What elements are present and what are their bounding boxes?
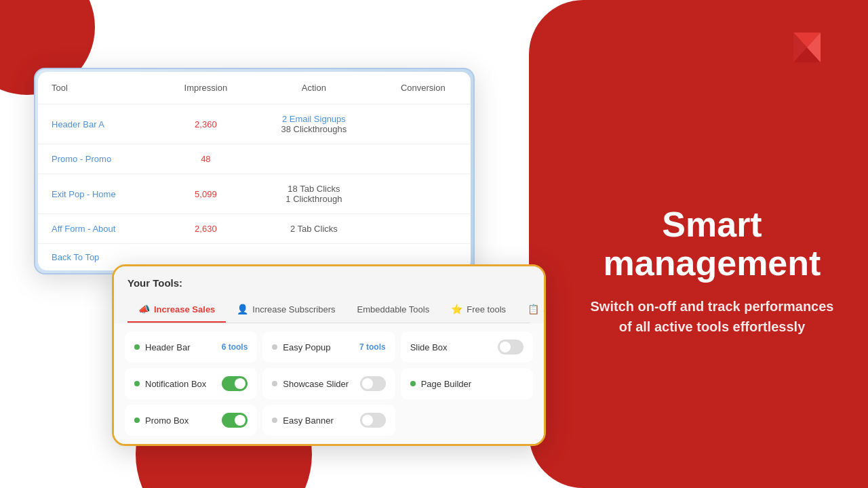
tool-row-left: Easy Banner [272,415,333,426]
tab-label: Embeddable Tools [357,304,429,314]
back-to-top-link[interactable]: Back To Top [52,252,99,262]
tab-increase-sales[interactable]: 📣 Increase Sales [127,297,226,323]
tab-label: Increase Sales [154,304,215,314]
tool-item-header-bar: Header Bar 6 tools [125,331,257,363]
tool-item-promo-box: Promo Box [125,405,257,436]
table-header-row: Tool Impression Action Conversion [38,72,471,104]
tool-name: Header Bar [145,342,190,352]
main-title: Smart management [583,205,841,283]
toggle-knob [500,342,511,352]
tool-row-left: Page Builder [410,379,471,389]
tool-item-page-builder: Page Builder [401,368,533,399]
tool-link[interactable]: Promo - Promo [52,154,111,164]
col-tool: Tool [38,72,159,104]
logo [787,27,827,68]
right-panel: Smart management Switch on-off and track… [583,151,841,337]
table-row: Promo - Promo 48 [38,144,471,174]
tab-free-tools[interactable]: ⭐ Free tools [440,297,517,323]
col-conversion: Conversion [376,72,471,104]
tools-card-body: Header Bar 6 tools Easy Popup 7 tools Sl… [114,323,544,444]
tool-row-left: Header Bar [134,342,190,352]
tool-row-left: Notification Box [134,379,206,389]
tab-increase-subscribers[interactable]: 👤 Increase Subscribers [226,297,346,323]
toggle-slide-box[interactable] [498,340,524,354]
tool-item-slide-box: Slide Box [401,331,533,363]
clipboard-icon: 📋 [528,304,539,314]
tools-grid: Header Bar 6 tools Easy Popup 7 tools Sl… [125,331,533,436]
tool-item-easy-banner: Easy Banner [262,405,395,436]
subtitle: Switch on-off and track performances of … [583,296,841,337]
toggle-knob [235,378,245,389]
col-action: Action [252,72,376,104]
status-dot-green [410,381,416,386]
toggle-easy-banner[interactable] [360,413,386,428]
tools-card: Your Tools: 📣 Increase Sales 👤 Increase … [112,264,546,446]
table-row: Exit Pop - Home 5,099 18 Tab Clicks 1 Cl… [38,174,471,214]
tool-name: Showcase Slider [283,379,349,389]
analytics-card: Tool Impression Action Conversion Header… [34,68,475,274]
tool-name: Promo Box [145,415,189,426]
tool-name: Slide Box [410,342,448,352]
action-tab-clicks2: 2 Tab Clicks [266,224,362,234]
tool-item-easy-popup: Easy Popup 7 tools [262,331,395,363]
toggle-promo-box[interactable] [222,413,248,428]
tool-link[interactable]: Header Bar A [52,119,104,129]
toggle-knob [362,415,373,426]
tabs-row: 📣 Increase Sales 👤 Increase Subscribers … [127,297,530,323]
toggle-showcase-slider[interactable] [360,376,386,391]
action-clickthrough: 38 Clickthroughs [266,124,362,134]
tool-row-left: Easy Popup [272,342,330,352]
tool-row-left: Showcase Slider [272,379,349,389]
status-dot-gray [272,381,277,386]
action-tab-clicks: 18 Tab Clicks [266,184,362,194]
tab-see-results[interactable]: 📋 See Results [517,297,546,323]
status-dot-gray [272,344,277,350]
megaphone-icon: 📣 [138,304,150,314]
status-dot-green [134,418,140,423]
tool-item-empty [401,405,533,436]
person-icon: 👤 [237,304,248,314]
tool-item-showcase-slider: Showcase Slider [262,368,395,399]
tool-count: 7 tools [359,342,386,352]
action-email: 2 Email Signups [282,114,346,124]
tool-count: 6 tools [222,342,248,352]
tool-item-notification-box: Notification Box [125,368,257,399]
status-dot-green [134,381,140,386]
tab-embeddable-tools[interactable]: Embeddable Tools [346,297,440,323]
tool-link[interactable]: Aff Form - About [52,224,115,234]
tool-name: Easy Banner [283,415,333,426]
tool-link[interactable]: Exit Pop - Home [52,189,116,199]
toggle-knob [235,415,245,426]
toggle-notification-box[interactable] [222,376,248,391]
tab-label: Increase Subscribers [252,304,335,314]
toggle-knob [362,378,373,389]
tool-name: Notification Box [145,379,206,389]
tool-row-left: Slide Box [410,342,448,352]
status-dot-gray [272,418,277,423]
tab-label: Free tools [467,304,506,314]
tab-label: See Results [543,304,546,314]
tool-name: Page Builder [421,379,471,389]
tool-name: Easy Popup [283,342,330,352]
star-icon: ⭐ [451,304,462,314]
analytics-card-inner: Tool Impression Action Conversion Header… [38,72,471,270]
table-row: Aff Form - About 2,630 2 Tab Clicks [38,214,471,244]
tools-card-header: Your Tools: 📣 Increase Sales 👤 Increase … [114,266,544,323]
your-tools-label: Your Tools: [127,277,530,289]
analytics-table: Tool Impression Action Conversion Header… [38,72,471,270]
title-line1: Smart [662,205,762,244]
col-impression: Impression [159,72,252,104]
status-dot-green [134,344,140,350]
action-clickthrough2: 1 Clickthrough [266,194,362,204]
tool-row-left: Promo Box [134,415,189,426]
table-row: Header Bar A 2,360 2 Email Signups 38 Cl… [38,104,471,144]
title-line2: management [604,243,821,283]
